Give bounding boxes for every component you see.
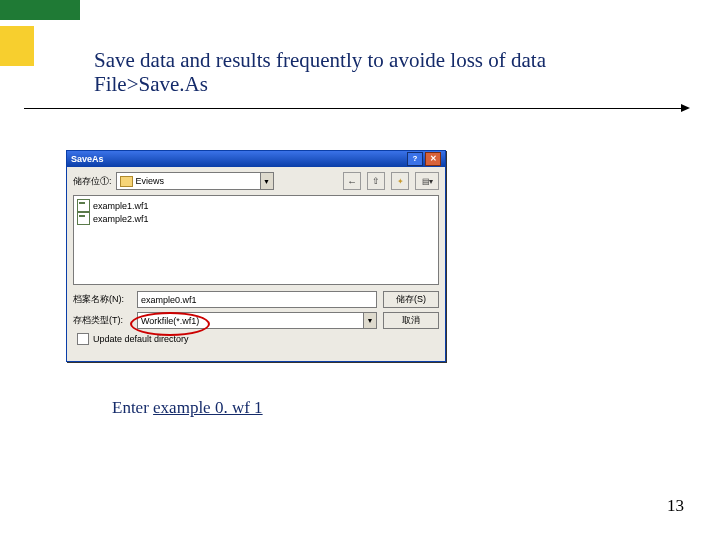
save-button[interactable]: 储存(S): [383, 291, 439, 308]
update-default-checkbox[interactable]: [77, 333, 89, 345]
new-folder-icon[interactable]: [391, 172, 409, 190]
page-number: 13: [667, 496, 684, 516]
slide: Save data and results frequently to avoi…: [0, 0, 720, 540]
caption-prefix: Enter: [112, 398, 153, 417]
toolbar: 储存位①: Eviews ▼: [67, 167, 445, 195]
caption-filename: example 0. wf 1: [153, 398, 263, 417]
list-item[interactable]: example2.wf1: [77, 212, 435, 225]
heading-line2: File>Save.As: [94, 72, 208, 96]
workfile-icon: [77, 212, 90, 225]
titlebar: SaveAs ? ✕: [67, 151, 445, 167]
views-menu-icon[interactable]: [415, 172, 439, 190]
filename-input[interactable]: [137, 291, 377, 308]
workfile-icon: [77, 199, 90, 212]
close-button[interactable]: ✕: [425, 152, 441, 166]
filetype-label: 存档类型(T):: [73, 314, 131, 327]
savein-label: 储存位①:: [73, 175, 112, 188]
back-icon[interactable]: [343, 172, 361, 190]
bottom-controls: 档案名称(N): 储存(S) 存档类型(T): Workfile(*.wf1) …: [67, 285, 445, 347]
heading-line1: Save data and results frequently to avoi…: [94, 48, 546, 72]
green-accent: [0, 0, 80, 20]
yellow-accent: [0, 26, 34, 66]
chevron-down-icon[interactable]: ▼: [363, 313, 376, 328]
help-button[interactable]: ?: [407, 152, 423, 166]
saveas-dialog: SaveAs ? ✕ 储存位①: Eviews ▼ example1.wf1: [66, 150, 446, 362]
chevron-down-icon[interactable]: ▼: [260, 173, 273, 189]
file-name: example2.wf1: [93, 214, 149, 224]
up-one-level-icon[interactable]: [367, 172, 385, 190]
file-name: example1.wf1: [93, 201, 149, 211]
divider-arrow: [24, 108, 684, 109]
file-list[interactable]: example1.wf1 example2.wf1: [73, 195, 439, 285]
nav-icons: [343, 172, 439, 190]
filetype-combo[interactable]: Workfile(*.wf1) ▼: [137, 312, 377, 329]
heading: Save data and results frequently to avoi…: [94, 48, 654, 96]
update-default-row: Update default directory: [77, 333, 439, 345]
update-default-label: Update default directory: [93, 334, 189, 344]
filename-label: 档案名称(N):: [73, 293, 131, 306]
savein-combo[interactable]: Eviews ▼: [116, 172, 274, 190]
list-item[interactable]: example1.wf1: [77, 199, 435, 212]
folder-icon: [120, 176, 133, 187]
filetype-value: Workfile(*.wf1): [141, 316, 199, 326]
cancel-button[interactable]: 取消: [383, 312, 439, 329]
savein-value: Eviews: [136, 176, 165, 186]
dialog-title: SaveAs: [71, 154, 405, 164]
caption: Enter example 0. wf 1: [112, 398, 263, 418]
